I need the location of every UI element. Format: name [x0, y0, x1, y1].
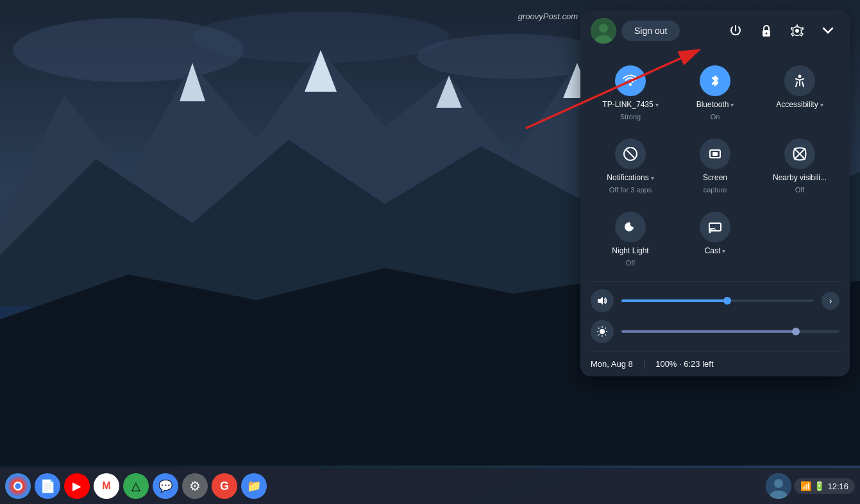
screen-capture-sublabel: capture [704, 186, 727, 194]
qs-date: Mon, Aug 8 [591, 359, 633, 369]
volume-icon[interactable] [591, 289, 614, 312]
taskbar-gplus[interactable]: G [212, 473, 237, 499]
bluetooth-label: Bluetooth [696, 100, 729, 109]
power-button[interactable] [724, 19, 747, 42]
volume-slider-track[interactable] [621, 299, 814, 302]
qs-topbar: Sign out [580, 10, 850, 51]
accessibility-icon [784, 65, 815, 96]
qs-battery-info: 100% · 6:23 left [655, 359, 713, 369]
wifi-tile[interactable]: TP-LINK_7435 ▾ Strong [588, 56, 673, 130]
cast-label-row: Cast ▾ [705, 246, 726, 255]
screen-capture-icon [700, 139, 730, 169]
notifications-icon [615, 139, 646, 169]
desktop: 📄 ▶ M △ 💬 ⚙ G [0, 0, 860, 504]
bluetooth-dropdown-arrow: ▾ [730, 101, 734, 108]
wifi-icon [615, 65, 646, 96]
taskbar-gmail[interactable]: M [94, 473, 119, 499]
bluetooth-sublabel: On [711, 113, 720, 121]
notifications-sublabel: Off for 3 apps [609, 186, 652, 194]
svg-rect-32 [712, 152, 718, 156]
screen-capture-label: Screen [703, 173, 727, 182]
cast-dropdown-arrow: ▾ [722, 248, 725, 255]
night-light-tile[interactable]: Night Light Off [588, 203, 673, 276]
volume-expand-button[interactable]: › [822, 292, 839, 310]
taskbar-chrome[interactable] [5, 473, 31, 499]
sign-out-button[interactable]: Sign out [621, 21, 680, 41]
taskbar-clock: 12:16 [827, 482, 848, 491]
brightness-icon [591, 320, 614, 343]
notifications-label-row: Notifications ▾ [607, 173, 653, 182]
taskbar-apps: 📄 ▶ M △ 💬 ⚙ G [5, 473, 766, 499]
settings-button[interactable] [786, 19, 809, 42]
bluetooth-label-row: Bluetooth ▾ [696, 100, 734, 109]
svg-line-45 [598, 335, 600, 336]
svg-point-26 [795, 29, 799, 33]
taskbar-files[interactable]: 📁 [241, 473, 267, 499]
taskbar-status-area[interactable]: 📶 🔋 12:16 [794, 478, 855, 494]
svg-point-36 [709, 231, 711, 233]
night-light-icon [615, 212, 646, 242]
battery-status-icon: 🔋 [814, 481, 825, 491]
bluetooth-icon [700, 65, 730, 96]
wifi-dropdown-arrow: ▾ [655, 101, 659, 108]
accessibility-label-row: Accessibility ▾ [776, 100, 823, 109]
svg-line-43 [605, 335, 607, 336]
svg-point-25 [766, 33, 768, 35]
svg-line-44 [605, 328, 607, 329]
qs-sliders: › [580, 281, 850, 351]
qs-bottom-info: Mon, Aug 8 | 100% · 6:23 left [580, 351, 850, 376]
svg-point-27 [629, 83, 632, 86]
svg-point-22 [599, 24, 608, 33]
accessibility-label: Accessibility [776, 100, 818, 109]
cast-tile[interactable]: Cast ▾ [673, 203, 757, 276]
accessibility-dropdown-arrow: ▾ [820, 101, 823, 108]
svg-point-17 [15, 483, 21, 489]
night-light-label: Night Light [612, 246, 648, 255]
nearby-label: Nearby visibili... [773, 173, 827, 182]
notifications-tile[interactable]: Notifications ▾ Off for 3 apps [588, 130, 673, 203]
taskbar-settings[interactable]: ⚙ [182, 473, 208, 499]
brightness-slider-fill [621, 330, 796, 333]
taskbar-messages[interactable]: 💬 [153, 473, 178, 499]
qs-tiles-grid: TP-LINK_7435 ▾ Strong Bluetooth ▾ On [580, 51, 850, 281]
taskbar-docs[interactable]: 📄 [35, 473, 60, 499]
svg-point-37 [600, 329, 605, 334]
cast-label: Cast [705, 246, 721, 255]
taskbar-right: 📶 🔋 12:16 [766, 473, 855, 499]
svg-line-30 [627, 150, 634, 158]
taskbar: 📄 ▶ M △ 💬 ⚙ G [0, 468, 860, 504]
nearby-tile[interactable]: Nearby visibili... Off [757, 130, 842, 203]
wifi-network-name: TP-LINK_7435 [602, 100, 653, 109]
wifi-status-icon: 📶 [800, 481, 811, 491]
night-light-sublabel: Off [626, 259, 635, 267]
expand-button[interactable] [816, 19, 839, 42]
lock-button[interactable] [755, 19, 778, 42]
brightness-slider-track[interactable] [621, 330, 839, 333]
svg-point-28 [798, 75, 802, 78]
nearby-sublabel: Off [795, 186, 804, 194]
taskbar-drive[interactable]: △ [123, 473, 149, 499]
volume-slider-row: › [591, 289, 839, 312]
taskbar-avatar[interactable] [766, 473, 791, 499]
cast-icon [700, 212, 730, 242]
qs-top-icons [724, 19, 839, 42]
qs-separator: | [643, 359, 645, 369]
nearby-icon [784, 139, 815, 169]
bluetooth-tile[interactable]: Bluetooth ▾ On [673, 56, 757, 130]
taskbar-youtube[interactable]: ▶ [64, 473, 90, 499]
notifications-dropdown-arrow: ▾ [651, 174, 654, 181]
svg-line-42 [598, 328, 600, 329]
quick-settings-panel: Sign out [580, 10, 850, 376]
volume-slider-fill [621, 299, 727, 302]
brightness-slider-row [591, 320, 839, 343]
notifications-label: Notifications [607, 173, 648, 182]
wifi-sublabel: Strong [620, 113, 641, 121]
svg-point-19 [774, 479, 783, 488]
screen-capture-tile[interactable]: Screen capture [673, 130, 757, 203]
qs-user-avatar[interactable] [591, 18, 616, 44]
accessibility-tile[interactable]: Accessibility ▾ [757, 56, 842, 130]
wifi-label-row: TP-LINK_7435 ▾ [602, 100, 658, 109]
